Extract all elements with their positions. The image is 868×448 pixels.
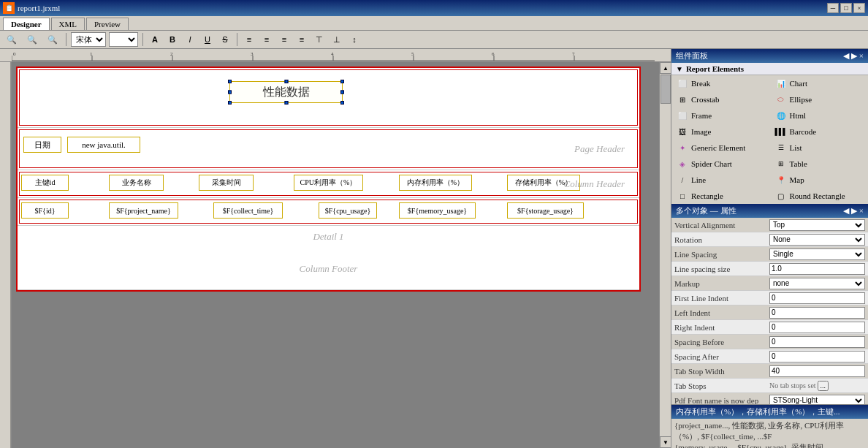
right-indent-input[interactable] — [769, 322, 865, 333]
handle-bl[interactable] — [228, 101, 232, 105]
comp-crosstab[interactable]: ⊞ Crosstab — [671, 91, 770, 107]
left-indent-input[interactable] — [769, 307, 865, 319]
java-field[interactable]: new java.util. — [67, 137, 140, 153]
design-canvas[interactable]: 性能数据 — [12, 62, 659, 448]
zoom-out-button[interactable]: 🔍 — [23, 34, 41, 46]
align-bottom-button[interactable]: ↕ — [347, 34, 362, 45]
prop-value-rot[interactable]: None — [766, 234, 868, 246]
scroll-up-button[interactable]: ▲ — [660, 62, 671, 74]
comp-html[interactable]: 🌐 Html — [770, 107, 869, 124]
col-storage[interactable]: 存储利用率（%） — [507, 175, 580, 191]
prop-value-mk[interactable]: none — [766, 278, 868, 289]
comp-round-rect[interactable]: ▢ Round Rectangle — [770, 188, 869, 204]
align-center-button[interactable]: ≡ — [259, 34, 274, 45]
det-mem[interactable]: $F{memory_usage} — [399, 202, 476, 219]
maximize-button[interactable]: □ — [840, 3, 852, 13]
handle-bc[interactable] — [284, 101, 288, 105]
markup-select[interactable]: none — [769, 278, 865, 289]
handle-ml[interactable] — [228, 91, 232, 94]
prop-label-tsw: Tab Stop Width — [671, 367, 766, 376]
line-spacing-select[interactable]: Single — [769, 248, 865, 260]
prop-value-va[interactable]: Top — [766, 219, 868, 231]
handle-tr[interactable] — [340, 80, 344, 83]
italic-button[interactable]: I — [183, 34, 197, 45]
prop-value-sb[interactable] — [766, 336, 868, 348]
handle-br[interactable] — [340, 101, 344, 105]
comp-table[interactable]: ⊞ Table — [770, 156, 869, 172]
comp-frame[interactable]: ⬜ Frame — [671, 107, 770, 124]
handle-tc[interactable] — [284, 80, 288, 83]
date-field[interactable]: 日期 — [23, 137, 61, 153]
comp-generic[interactable]: ✦ Generic Element — [671, 140, 770, 156]
justify-button[interactable]: ≡ — [294, 34, 309, 45]
prop-value-ss[interactable] — [766, 263, 868, 275]
align-middle-button[interactable]: ⊥ — [330, 34, 344, 46]
comp-list[interactable]: ☰ List — [770, 140, 869, 156]
col-name[interactable]: 业务名称 — [109, 175, 164, 191]
zoom-fit-button[interactable]: 🔍 — [44, 34, 61, 46]
col-time[interactable]: 采集时间 — [199, 175, 254, 191]
column-header-band: Column Header 主键id 业务名称 采集时间 CPU利用率（%） 内… — [18, 170, 639, 198]
zoom-in-button[interactable]: 🔍 — [3, 34, 20, 46]
tab-xml[interactable]: XML — [51, 18, 85, 30]
minimize-button[interactable]: ─ — [827, 3, 839, 13]
prop-value-li[interactable] — [766, 307, 868, 319]
prop-value-fi[interactable] — [766, 292, 868, 304]
prop-value-ts[interactable]: No tab stops set ... — [766, 381, 868, 391]
strikethrough-button[interactable]: S — [218, 34, 232, 45]
align-left-button[interactable]: ≡ — [242, 34, 256, 45]
tab-preview[interactable]: Preview — [86, 18, 129, 30]
det-time[interactable]: $F{collect_time} — [213, 202, 283, 219]
handle-mr[interactable] — [340, 91, 344, 94]
bold-button[interactable]: A — [148, 34, 162, 45]
font-size-select[interactable] — [109, 32, 138, 47]
prop-value-pf[interactable]: STSong-Light — [766, 395, 868, 405]
column-footer-band: Column Footer — [18, 248, 639, 290]
comp-image[interactable]: 🖼 Image — [671, 124, 770, 140]
comp-break[interactable]: ⬜ Break — [671, 75, 770, 91]
properties-panel[interactable]: Vertical Alignment Top Rotation None Lin… — [671, 218, 868, 404]
det-cpu[interactable]: $F{cpu_usage} — [319, 202, 377, 219]
separator-1 — [66, 33, 66, 46]
tab-stop-width-input[interactable] — [769, 365, 865, 377]
scroll-down-button[interactable]: ▼ — [660, 436, 671, 448]
tab-designer[interactable]: Designer — [3, 18, 50, 30]
align-right-button[interactable]: ≡ — [277, 34, 292, 45]
col-cpu[interactable]: CPU利用率（%） — [294, 175, 363, 191]
scroll-thumb[interactable] — [660, 75, 671, 104]
comp-spider[interactable]: ◈ Spider Chart — [671, 156, 770, 172]
vertical-alignment-select[interactable]: Top — [769, 219, 865, 231]
comp-map[interactable]: 📍 Map — [770, 172, 869, 188]
prop-value-ri[interactable] — [766, 322, 868, 333]
first-indent-input[interactable] — [769, 292, 865, 304]
title-field[interactable]: 性能数据 — [229, 81, 343, 103]
comp-line[interactable]: / Line — [671, 172, 770, 188]
comp-barcode[interactable]: ▌▌▌ Barcode — [770, 124, 869, 140]
col-mem[interactable]: 内存利用率（%） — [399, 175, 472, 191]
prop-value-sa[interactable] — [766, 351, 868, 362]
scrollbar-vertical[interactable]: ▲ ▼ — [659, 62, 671, 448]
spacing-size-input[interactable] — [769, 263, 865, 275]
spacing-after-input[interactable] — [769, 351, 865, 362]
tab-stops-button[interactable]: ... — [818, 381, 829, 391]
rotation-select[interactable]: None — [769, 234, 865, 246]
prop-value-ls[interactable]: Single — [766, 248, 868, 260]
det-id[interactable]: $F{id} — [21, 202, 69, 219]
det-name[interactable]: $F{project_name} — [109, 202, 178, 219]
prop-value-tsw[interactable] — [766, 365, 868, 377]
prop-label-ss: Line spacing size — [671, 265, 766, 273]
font-name-select[interactable]: 宋体 — [71, 32, 106, 47]
pdf-font-select[interactable]: STSong-Light — [769, 395, 865, 405]
handle-tl[interactable] — [228, 80, 232, 83]
close-button[interactable]: × — [853, 3, 865, 13]
comp-chart[interactable]: 📊 Chart — [770, 75, 869, 91]
align-top-button[interactable]: ⊤ — [312, 34, 327, 46]
prop-rotation: Rotation None — [671, 232, 868, 247]
comp-rectangle[interactable]: □ Rectangle — [671, 188, 770, 204]
col-id[interactable]: 主键id — [21, 175, 69, 191]
spacing-before-input[interactable] — [769, 336, 865, 348]
comp-ellipse[interactable]: ⬭ Ellipse — [770, 91, 869, 107]
underline-button[interactable]: U — [200, 34, 215, 45]
bold-b-button[interactable]: B — [165, 34, 180, 45]
det-storage[interactable]: $F{storage_usage} — [507, 202, 584, 219]
